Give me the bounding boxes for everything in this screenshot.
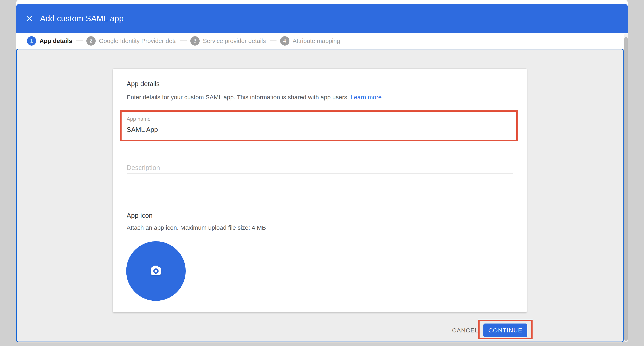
- dialog-header: ✕ Add custom SAML app: [16, 4, 628, 33]
- description-input[interactable]: Description: [126, 164, 160, 171]
- description-underline: [126, 173, 513, 174]
- step-connector: [76, 41, 83, 41]
- step-label: Google Identity Provider details: [99, 38, 176, 44]
- step-attribute-mapping: 4 Attribute mapping: [280, 36, 340, 46]
- intro-text: Enter details for your custom SAML app. …: [126, 94, 350, 100]
- card-intro-text: Enter details for your custom SAML app. …: [126, 94, 382, 101]
- app-details-card: App details Enter details for your custo…: [113, 68, 527, 312]
- step-service-provider-details: 3 Service provider details: [190, 36, 266, 46]
- step-connector: [180, 41, 187, 41]
- app-name-underline: [126, 135, 513, 135]
- step-number-badge: 2: [86, 36, 96, 46]
- continue-button[interactable]: CONTINUE: [484, 323, 527, 337]
- step-number-badge: 3: [190, 36, 200, 46]
- step-number-badge: 4: [280, 36, 290, 46]
- app-name-label: App name: [126, 116, 151, 122]
- wizard-stepper: 1 App details 2 Google Identity Provider…: [16, 33, 628, 49]
- step-number-badge: 1: [27, 36, 36, 46]
- app-icon-help-text: Attach an app icon. Maximum upload file …: [126, 224, 266, 231]
- camera-icon: [151, 267, 161, 275]
- app-icon-heading: App icon: [126, 212, 152, 219]
- cancel-button[interactable]: CANCEL: [448, 323, 482, 337]
- scrollbar-thumb[interactable]: [624, 37, 628, 341]
- dialog-title: Add custom SAML app: [40, 14, 124, 23]
- card-heading: App details: [126, 80, 160, 88]
- app-name-highlight-box: [120, 110, 518, 141]
- step-app-details: 1 App details: [27, 36, 72, 46]
- step-label: App details: [40, 38, 72, 44]
- upload-app-icon-button[interactable]: [126, 241, 186, 301]
- step-connector: [270, 41, 276, 41]
- step-label: Attribute mapping: [293, 38, 340, 44]
- step-google-idp-details: 2 Google Identity Provider details: [86, 36, 176, 46]
- app-name-input[interactable]: SAML App: [126, 126, 158, 133]
- learn-more-link[interactable]: Learn more: [350, 94, 382, 100]
- step-label: Service provider details: [203, 38, 266, 44]
- close-icon[interactable]: ✕: [24, 13, 35, 25]
